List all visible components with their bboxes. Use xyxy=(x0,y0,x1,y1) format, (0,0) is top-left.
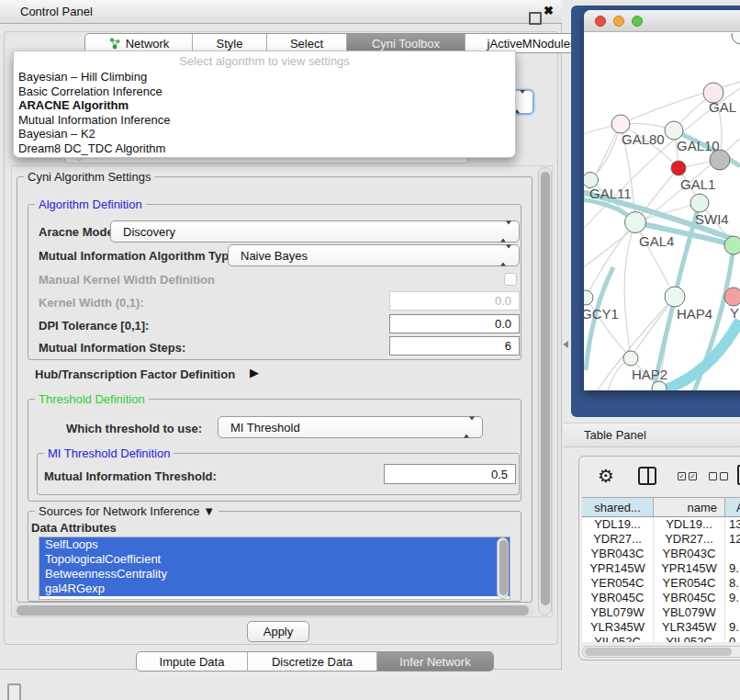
network-node[interactable] xyxy=(665,121,683,140)
minimize-traffic-light-icon[interactable] xyxy=(613,16,624,27)
table-cell: YBR043C xyxy=(654,547,725,561)
network-view-window[interactable]: GALGAL80GAL10GAL1SWI4GAL11GAL4GCY1HAP4YH… xyxy=(584,10,740,390)
apply-button[interactable]: Apply xyxy=(247,621,309,642)
sources-title: Sources for Network Inference ▼ xyxy=(35,504,219,518)
tab-jactivemnodules-label: jActiveMNodules xyxy=(488,37,577,51)
algorithm-dropdown-placeholder: Select algorithm to view settings xyxy=(14,51,515,70)
kernel-width-field[interactable]: 0.0 xyxy=(389,291,520,310)
float-window-icon[interactable] xyxy=(529,12,542,25)
settings-hscrollbar-thumb[interactable] xyxy=(17,605,529,615)
aracne-mode-combo[interactable]: Discovery xyxy=(110,220,520,243)
deselect-all-icon[interactable] xyxy=(709,472,717,480)
settings-vscrollbar[interactable] xyxy=(538,167,552,615)
hub-expand-arrow-icon[interactable]: ▶ xyxy=(250,366,259,379)
algorithm-option[interactable]: ARACNE Algorithm xyxy=(14,98,515,113)
table-row[interactable]: YDR27...YDR27...12 xyxy=(582,532,740,547)
table-row[interactable]: YBL079WYBL079W xyxy=(582,605,740,620)
attribute-item[interactable]: gal4RGexp xyxy=(39,581,510,596)
attribute-item[interactable]: SelfLoops xyxy=(39,537,510,552)
dpi-tolerance-value: 0.0 xyxy=(495,317,511,331)
tab-network[interactable]: Network xyxy=(85,34,192,52)
table-cell: 13 xyxy=(725,517,740,532)
data-attributes-list[interactable]: SelfLoopsTopologicalCoefficientBetweenne… xyxy=(39,536,510,600)
dock-mini-icon[interactable] xyxy=(7,683,21,700)
table-hscrollbar[interactable] xyxy=(582,646,740,658)
close-icon[interactable]: ✖ xyxy=(544,4,554,17)
mi-steps-label: Mutual Information Steps: xyxy=(39,341,185,355)
control-panel-titlebar[interactable]: Control Panel ✖ xyxy=(0,0,562,24)
network-node[interactable] xyxy=(732,33,740,44)
select-all-icon[interactable]: ✓ xyxy=(678,472,686,480)
select-all-icon2[interactable]: ✓ xyxy=(689,472,697,480)
network-node[interactable] xyxy=(625,212,646,233)
sources-collapse-arrow-icon[interactable]: ▼ xyxy=(203,504,215,518)
deselect-all-icon2[interactable] xyxy=(720,472,728,480)
network-node[interactable] xyxy=(671,161,686,175)
table-hscrollbar-thumb[interactable] xyxy=(585,648,732,656)
mi-algorithm-type-value: Naive Bayes xyxy=(241,249,308,263)
attribute-item[interactable]: BetweennessCentrality xyxy=(39,567,510,581)
network-window-titlebar[interactable] xyxy=(584,10,740,32)
zoom-traffic-light-icon[interactable] xyxy=(632,16,643,27)
network-canvas[interactable]: GALGAL80GAL10GAL1SWI4GAL11GAL4GCY1HAP4YH… xyxy=(584,33,740,390)
algorithm-dropdown-popup: Select algorithm to view settings Bayesi… xyxy=(13,51,516,158)
table-cell: YBR045C xyxy=(654,591,725,605)
tab-infer-network[interactable]: Infer Network xyxy=(376,652,493,671)
splitter-collapse-icon[interactable] xyxy=(563,341,568,348)
tab-impute-data[interactable]: Impute Data xyxy=(137,652,247,671)
table-cell: YBR045C xyxy=(582,591,654,605)
tab-select[interactable]: Select xyxy=(266,34,346,52)
algorithm-option[interactable]: Mutual Information Inference xyxy=(14,113,515,128)
which-threshold-combo[interactable]: MI Threshold xyxy=(218,416,483,438)
network-node[interactable] xyxy=(611,115,630,133)
table-cell: 9. xyxy=(725,591,740,605)
table-panel-titlebar: Table Panel xyxy=(564,423,740,447)
table-row[interactable]: YPR145WYPR145W9. xyxy=(582,561,740,576)
network-node[interactable] xyxy=(710,150,730,170)
network-node-label: GAL4 xyxy=(639,233,674,249)
tab-cyni-toolbox[interactable]: Cyni Toolbox xyxy=(346,34,465,52)
settings-hscrollbar[interactable] xyxy=(13,604,534,616)
attributes-scrollbar-thumb[interactable] xyxy=(499,540,508,595)
algorithm-option[interactable]: Dream8 DC_TDC Algorithm xyxy=(14,141,515,156)
attribute-item[interactable]: TopologicalCoefficient xyxy=(39,552,510,567)
table-row[interactable]: YER054CYER054C8. xyxy=(582,576,740,591)
table-row[interactable]: YBR043CYBR043C xyxy=(582,547,740,561)
network-node[interactable] xyxy=(724,288,740,306)
algorithm-option[interactable]: Basic Correlation Inference xyxy=(14,85,515,99)
split-view-icon[interactable] xyxy=(638,467,656,485)
mi-steps-field[interactable]: 6 xyxy=(389,336,520,356)
close-traffic-light-icon[interactable] xyxy=(595,16,606,27)
settings-vscrollbar-thumb[interactable] xyxy=(541,172,550,605)
table-row[interactable]: YLR345WYLR345W9. xyxy=(582,620,740,635)
hub-definition-label: Hub/Transcription Factor Definition xyxy=(35,367,235,381)
table-cell: YLR345W xyxy=(582,620,654,635)
table-cell: 12 xyxy=(725,532,740,547)
kernel-width-value: 0.0 xyxy=(495,294,511,308)
manual-kernel-label: Manual Kernel Width Definition xyxy=(39,273,215,287)
attributes-scrollbar[interactable] xyxy=(497,537,509,599)
network-node[interactable] xyxy=(665,287,685,307)
manual-kernel-checkbox[interactable] xyxy=(504,273,517,286)
mi-algorithm-type-combo[interactable]: Naive Bayes xyxy=(228,244,520,266)
network-node[interactable] xyxy=(690,194,709,212)
dpi-tolerance-field[interactable]: 0.0 xyxy=(389,314,520,333)
table-panel-title: Table Panel xyxy=(584,428,646,442)
algorithm-option[interactable]: Bayesian – Hill Climbing xyxy=(14,70,515,85)
network-node[interactable] xyxy=(724,236,740,254)
algorithm-option[interactable]: Bayesian – K2 xyxy=(14,127,515,141)
dpi-tolerance-label: DPI Tolerance [0,1]: xyxy=(39,319,149,333)
tab-discretize-data[interactable]: Discretize Data xyxy=(247,652,376,671)
table-row[interactable]: YIL052CYIL052C0. xyxy=(582,635,740,642)
table-row[interactable]: YBR045CYBR045C9. xyxy=(582,591,740,605)
network-node[interactable] xyxy=(623,351,638,366)
tab-style[interactable]: Style xyxy=(192,34,266,52)
mi-threshold-field[interactable]: 0.5 xyxy=(384,464,516,484)
gear-icon[interactable]: ⚙ xyxy=(598,465,614,487)
table-row[interactable]: YDL19...YDL19...13 xyxy=(582,517,740,532)
column-header-name[interactable]: name xyxy=(654,497,725,517)
network-node[interactable] xyxy=(584,290,593,305)
column-header-clipped[interactable]: A xyxy=(725,497,740,517)
column-header-shared-name[interactable]: shared... xyxy=(582,497,654,517)
data-attributes-label: Data Attributes xyxy=(31,521,117,535)
